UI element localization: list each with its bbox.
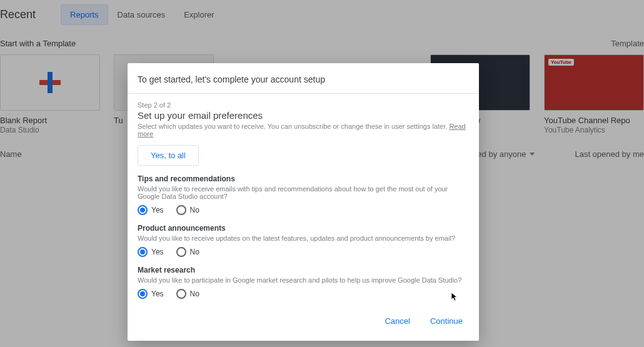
account-setup-modal: To get started, let's complete your acco… (128, 63, 479, 341)
market-yes-radio[interactable]: Yes (138, 289, 164, 299)
product-yes-radio[interactable]: Yes (138, 247, 164, 257)
group-title: Tips and recommendations (138, 174, 469, 183)
group-desc: Would you like to receive updates on the… (138, 234, 469, 242)
group-desc: Would you like to participate in Google … (138, 276, 469, 284)
continue-button[interactable]: Continue (425, 313, 468, 329)
preferences-heading: Set up your email preferences (138, 110, 469, 121)
group-title: Product announcements (138, 224, 469, 233)
market-no-radio[interactable]: No (176, 289, 199, 299)
product-no-radio[interactable]: No (176, 247, 199, 257)
yes-to-all-button[interactable]: Yes, to all (138, 145, 199, 166)
modal-title: To get started, let's complete your acco… (138, 74, 466, 84)
group-market: Market research Would you like to partic… (138, 266, 469, 299)
tips-yes-radio[interactable]: Yes (138, 205, 164, 215)
tips-no-radio[interactable]: No (176, 205, 199, 215)
group-desc: Would you like to receive emails with ti… (138, 185, 469, 200)
group-tips: Tips and recommendations Would you like … (138, 174, 469, 215)
group-title: Market research (138, 266, 469, 274)
preferences-subtext: Select which updates you want to receive… (138, 123, 469, 138)
step-indicator: Step 2 of 2 (138, 101, 469, 109)
group-product: Product announcements Would you like to … (138, 224, 469, 257)
cancel-button[interactable]: Cancel (380, 313, 415, 329)
